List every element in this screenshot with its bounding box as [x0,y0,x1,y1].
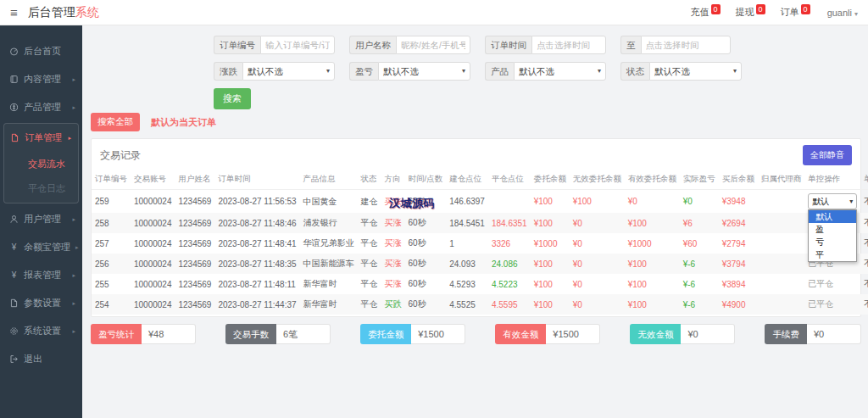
control-select[interactable]: 默认▾ [808,193,857,209]
hamburger-menu-icon[interactable]: ≡ [10,6,18,19]
summary-badge: 交易手数 [225,324,276,344]
cell-account: 10000024 [131,274,175,294]
cell-account: 10000024 [131,190,175,214]
header-stat-orders[interactable]: 订单0 [781,6,810,19]
column-header: 有效委托余额 [625,171,680,190]
sidebar-item-balance[interactable]: ¥余额宝管理▸ [0,233,82,261]
cell-open-point: 4.5293 [446,274,488,294]
cell-product: 新华富时 [300,294,358,315]
dropdown-option[interactable]: 平 [809,248,856,261]
cell-close-point: 4.5595 [488,294,531,315]
user-name-input[interactable] [396,36,470,54]
sidebar-item-system[interactable]: 系统设置▸ [0,317,82,345]
cell-account: 10000024 [131,294,175,315]
filter-group-profit: 盈亏默认不选▾ [349,62,470,81]
app-title-main: 后台管理 [28,5,75,19]
transactions-card: 交易记录 全部静音 订单编号交易账号用户姓名订单时间产品信息状态方向时间/点数建… [91,138,861,317]
cell-open-point: 24.093 [446,254,488,274]
cell-entrust: ¥100 [531,190,570,214]
cell-balance: ¥3948 [719,190,758,214]
summary-badge: 无效金额 [630,324,681,344]
chevron-down-icon: ▾ [598,63,601,80]
stat-count-badge: 0 [801,4,810,14]
cell-duration: 60秒 [405,294,447,315]
cell-account: 10000024 [131,233,175,254]
filter-label-product: 产品 [485,62,514,81]
order-no-input[interactable] [260,36,335,54]
user-icon [9,215,19,224]
cell-close-point: 4.5223 [488,274,531,294]
home-icon [9,47,19,56]
watermark-text: 汉城源码 [389,196,435,211]
sidebar-item-home[interactable]: 后台首页 [0,37,82,65]
filter-area: 订单编号用户名称订单时间至 涨跌默认不选▾盈亏默认不选▾产品默认不选▾状态默认不… [214,36,861,109]
filter-selects-row: 涨跌默认不选▾盈亏默认不选▾产品默认不选▾状态默认不选▾ [214,62,861,81]
control-select-value: 默认 [812,196,829,208]
sidebar-item-params[interactable]: 参数设置▸ [0,289,82,317]
cell-control-status: 不控 [860,294,868,315]
sidebar-item-content[interactable]: 内容管理▸ [0,65,82,93]
select-value: 默认不选 [383,63,419,80]
table-row: 2571000002412345692023-08-27 11:48:41华谊兄… [92,233,868,254]
summary-invalid-amount: 无效金额¥0 [630,324,735,344]
cell-username: 1234569 [175,294,215,315]
sidebar-item-user[interactable]: 用户管理▸ [0,205,82,233]
stat-count-badge: 0 [711,4,721,14]
profit-select[interactable]: 默认不选▾ [378,62,470,81]
summary-value: 6笔 [276,324,331,344]
column-header: 无效委托余额 [570,171,625,190]
cell-invalid-entrust: ¥0 [570,233,625,254]
sidebar-subitem-close-log[interactable]: 平仓日志 [4,176,78,201]
table-row: 2541000002412345692023-08-27 11:44:37新华富… [92,294,868,315]
cell-close-point: 184.6351 [488,213,531,233]
updown-select[interactable]: 默认不选▾ [242,62,335,81]
mute-all-button[interactable]: 全部静音 [803,145,852,165]
column-header: 单控操作 [804,171,860,190]
time-start-input[interactable] [531,36,606,54]
cell-account: 10000024 [131,254,175,274]
user-dropdown[interactable]: guanli▾ [827,8,858,18]
sidebar-item-product[interactable]: 产品管理▸ [0,93,82,121]
sidebar-item-order[interactable]: 订单管理▸ [4,124,78,152]
header-stats: 充值0提现0订单0 [691,6,810,19]
search-button[interactable]: 搜索 [214,88,251,109]
cell-status: 平仓 [358,213,381,233]
cell-control: 已平仓 [804,274,860,294]
summary-entrust-amount: 委托金额¥1500 [360,324,465,344]
cell-agent [758,190,805,214]
summary-badge: 委托金额 [360,324,411,344]
sidebar-item-logout[interactable]: 退出 [0,345,82,373]
summary-fee: 手续费¥0 [765,324,861,344]
cell-product: 中国黄金 [300,190,358,214]
dropdown-option[interactable]: 盈 [809,223,856,236]
search-all-button[interactable]: 搜索全部 [91,113,140,131]
header-stat-withdraw[interactable]: 提现0 [736,6,765,19]
cell-time: 2023-08-27 11:48:11 [214,274,299,294]
chevron-down-icon: ▾ [733,63,737,80]
column-header: 订单编号 [92,171,131,190]
filter-group-product: 产品默认不选▾ [485,62,606,81]
product-select[interactable]: 默认不选▾ [514,62,606,81]
summary-badge: 盈亏统计 [91,324,142,344]
dropdown-option[interactable]: 亏 [809,236,856,248]
cell-open-point: 4.5525 [446,294,488,315]
sidebar-subitem-trade-flow[interactable]: 交易流水 [4,152,78,176]
cell-status: 平仓 [358,274,381,294]
chevron-right-icon: ▸ [72,216,75,223]
stat-count-badge: 0 [756,4,765,14]
sidebar-item-label: 退出 [24,353,42,365]
dropdown-option[interactable]: 默认 [809,210,856,223]
cell-valid-entrust: ¥100 [625,294,680,315]
summary-profit-total: 盈亏统计¥48 [91,324,196,344]
time-end-input[interactable] [641,36,732,54]
summary-trade-count: 交易手数6笔 [225,324,331,344]
sidebar-item-report[interactable]: ¥报表管理▸ [0,261,82,289]
stat-label: 充值 [691,6,709,19]
cell-product: 中国新能源车 [300,254,358,274]
chevron-right-icon: ▸ [75,244,79,251]
header-stat-recharge[interactable]: 充值0 [691,6,721,19]
cell-order-no: 257 [92,233,131,254]
table-row: 2591000002412345692023-08-27 11:56:53中国黄… [92,190,868,214]
status-select[interactable]: 默认不选▾ [649,62,742,81]
sidebar-group-order: 订单管理▸交易流水平仓日志 [3,123,79,203]
